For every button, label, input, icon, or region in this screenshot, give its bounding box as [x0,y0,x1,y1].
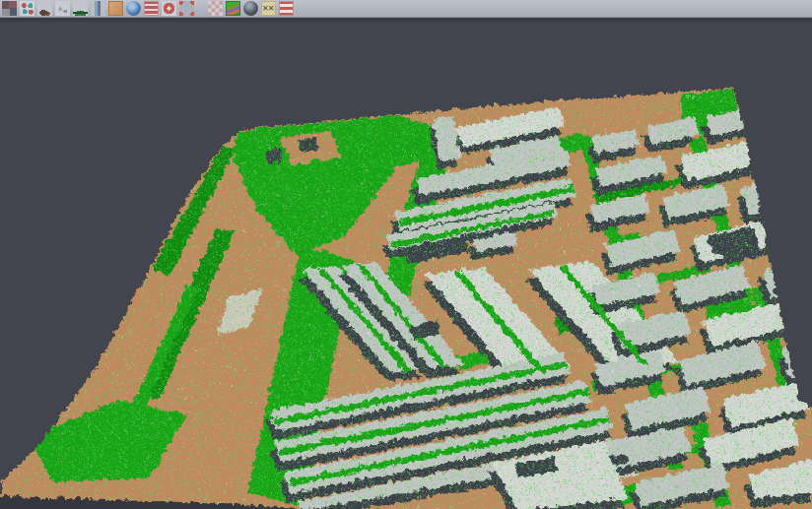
table-delete-icon[interactable] [261,1,276,16]
application-window [0,0,812,509]
attribute-table-icon[interactable] [144,1,159,16]
classify-points-icon[interactable] [20,1,34,16]
viewport-3d[interactable] [0,0,812,509]
selection-brackets-icon[interactable] [179,1,194,16]
flag-bars-icon[interactable] [279,1,294,16]
globe-icon[interactable] [126,1,141,16]
point-selection-icon[interactable] [55,1,70,16]
toolbar [0,0,812,18]
point-cloud-canvas[interactable] [0,0,812,509]
clip-tool-icon[interactable] [2,1,17,16]
surface-view-icon[interactable] [73,1,88,16]
viewport-top-strip [0,18,812,22]
shaded-sphere-icon[interactable] [243,1,258,16]
ortho-ground-icon[interactable] [108,1,123,16]
toolbar-separator [197,1,205,16]
highlight-speckle-noise [0,0,812,509]
grid-overlay-icon[interactable] [208,1,223,16]
terrain-model-icon[interactable] [37,1,52,16]
profile-view-icon[interactable] [91,1,105,16]
classification-colors-icon[interactable] [226,1,240,16]
target-ring-icon[interactable] [162,1,176,16]
